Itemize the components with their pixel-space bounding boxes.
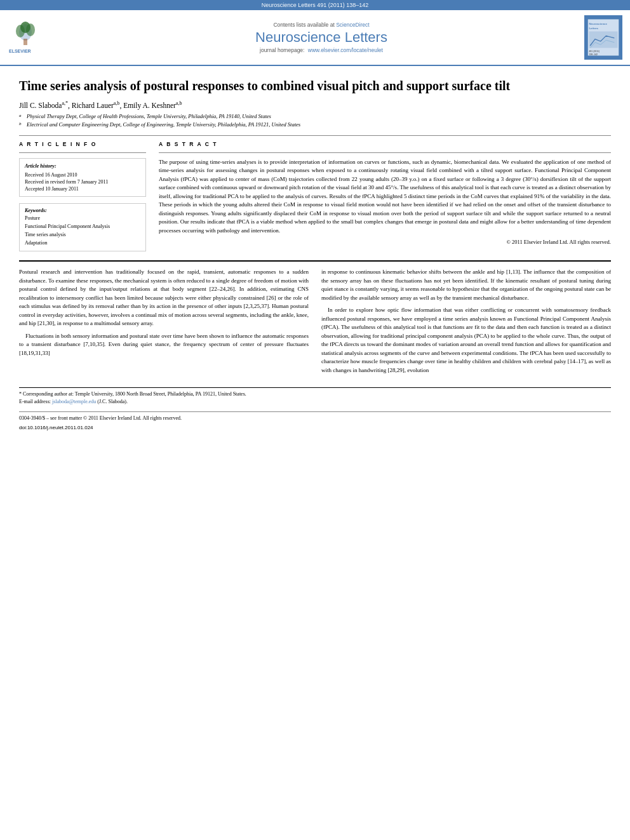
issn-line: 0304-3940/$ – see front matter © 2011 El… bbox=[19, 415, 611, 422]
svg-rect-2 bbox=[23, 39, 27, 45]
received-date: Received 16 August 2010 bbox=[25, 171, 140, 178]
elsevier-logo-svg: ELSEVIER bbox=[8, 20, 58, 55]
svg-text:Neuroscience: Neuroscience bbox=[589, 22, 607, 25]
svg-point-5 bbox=[20, 22, 30, 33]
accepted-date: Accepted 10 January 2011 bbox=[25, 185, 140, 192]
body-para-2: Fluctuations in both sensory information… bbox=[19, 332, 309, 358]
abstract-col: A B S T R A C T The purpose of using tim… bbox=[159, 141, 611, 252]
keywords-box: Keywords: Posture Functional Principal C… bbox=[19, 203, 146, 251]
divider-1 bbox=[19, 135, 611, 136]
doi-line: doi:10.1016/j.neulet.2011.01.024 bbox=[19, 424, 611, 431]
authors-line: Jill C. Slabodaa,*, Richard Lauera,b, Em… bbox=[19, 100, 611, 109]
author-2: Richard Lauer bbox=[72, 102, 114, 109]
affil-b: b Electrical and Computer Engineering De… bbox=[19, 121, 611, 129]
affil-a-text: Physical Therapy Dept, College of Health… bbox=[27, 113, 271, 121]
divider-abstract-top bbox=[159, 152, 611, 153]
homepage-link[interactable]: www.elsevier.com/locate/neulet bbox=[308, 47, 383, 53]
svg-text:491 (2011): 491 (2011) bbox=[589, 50, 600, 53]
main-content: Time series analysis of postural respons… bbox=[0, 66, 630, 443]
svg-rect-11 bbox=[589, 31, 617, 48]
page: Neuroscience Letters 491 (2011) 138–142 … bbox=[0, 0, 630, 840]
article-info-box: Article history: Received 16 August 2010… bbox=[19, 158, 146, 197]
affiliations: a Physical Therapy Dept, College of Heal… bbox=[19, 113, 611, 129]
author-2-sup: a,b bbox=[114, 100, 120, 106]
article-info-col: A R T I C L E I N F O Article history: R… bbox=[19, 141, 146, 252]
issn-doi-area: 0304-3940/$ – see front matter © 2011 El… bbox=[19, 411, 611, 431]
author-1-sup: a,* bbox=[62, 100, 68, 106]
abstract-text: The purpose of using time-series analyse… bbox=[159, 158, 611, 236]
body-para-3: in response to continuous kinematic beha… bbox=[321, 268, 611, 302]
revised-date: Received in revised form 7 January 2011 bbox=[25, 178, 140, 185]
journal-title: Neuroscience Letters bbox=[58, 29, 584, 46]
email-author: (J.C. Slaboda). bbox=[97, 399, 128, 404]
sciencedirect-prefix: Contents lists available at bbox=[273, 22, 334, 28]
journal-cover-thumb: Neuroscience Letters 491 (2011) 138–142 bbox=[584, 15, 622, 60]
copyright-line: © 2011 Elsevier Ireland Ltd. All rights … bbox=[159, 239, 611, 245]
author-3-sup: a,b bbox=[176, 100, 182, 106]
footnote-area: * Corresponding author at: Temple Univer… bbox=[19, 387, 611, 431]
email-line: E-mail address: jslaboda@temple.edu (J.C… bbox=[19, 398, 611, 405]
cover-image: Neuroscience Letters 491 (2011) 138–142 bbox=[587, 15, 620, 60]
email-label: E-mail address: bbox=[19, 399, 51, 404]
sciencedirect-link[interactable]: ScienceDirect bbox=[336, 22, 369, 28]
svg-text:ELSEVIER: ELSEVIER bbox=[9, 49, 31, 53]
header-center: Contents lists available at ScienceDirec… bbox=[58, 22, 584, 53]
svg-text:Letters: Letters bbox=[589, 27, 598, 30]
article-info-header: A R T I C L E I N F O bbox=[19, 141, 146, 147]
email-address: jslaboda@temple.edu bbox=[52, 399, 96, 404]
keyword-3: Time series analysis bbox=[25, 231, 140, 239]
keyword-2: Functional Principal Component Analysis bbox=[25, 223, 140, 231]
affil-b-text: Electrical and Computer Engineering Dept… bbox=[27, 121, 300, 129]
article-title: Time series analysis of postural respons… bbox=[19, 77, 611, 94]
journal-bar: Neuroscience Letters 491 (2011) 138–142 bbox=[0, 0, 630, 10]
corresponding-text: * Corresponding author at: Temple Univer… bbox=[19, 391, 246, 397]
info-abstract-section: A R T I C L E I N F O Article history: R… bbox=[19, 141, 611, 252]
sciencedirect-line: Contents lists available at ScienceDirec… bbox=[58, 22, 584, 28]
keyword-4: Adaptation bbox=[25, 239, 140, 248]
svg-text:138–142: 138–142 bbox=[589, 53, 598, 56]
keyword-1: Posture bbox=[25, 215, 140, 223]
abstract-header: A B S T R A C T bbox=[159, 141, 611, 147]
body-para-1: Postural research and intervention has t… bbox=[19, 268, 309, 328]
history-label: Article history: bbox=[25, 163, 140, 170]
journal-citation: Neuroscience Letters 491 (2011) 138–142 bbox=[262, 2, 369, 8]
divider-info-top bbox=[19, 152, 146, 153]
body-left-col: Postural research and intervention has t… bbox=[19, 268, 309, 378]
corresponding-footnote: * Corresponding author at: Temple Univer… bbox=[19, 390, 611, 397]
affil-a-sup: a bbox=[19, 113, 25, 119]
affil-b-sup: b bbox=[19, 121, 25, 128]
keywords-label: Keywords: bbox=[25, 208, 140, 213]
homepage-prefix: journal homepage: bbox=[260, 47, 304, 53]
elsevier-logo: ELSEVIER bbox=[8, 20, 58, 56]
author-1: Jill C. Slaboda bbox=[19, 102, 62, 109]
affil-a: a Physical Therapy Dept, College of Heal… bbox=[19, 113, 611, 121]
body-right-col: in response to continuous kinematic beha… bbox=[321, 268, 611, 378]
homepage-line: journal homepage: www.elsevier.com/locat… bbox=[58, 47, 584, 53]
divider-body bbox=[19, 260, 611, 262]
author-3: Emily A. Keshner bbox=[123, 102, 176, 109]
body-section: Postural research and intervention has t… bbox=[19, 268, 611, 378]
body-para-4: In order to explore how optic flow infor… bbox=[321, 306, 611, 375]
header-area: ELSEVIER Contents lists available at Sci… bbox=[0, 10, 630, 66]
